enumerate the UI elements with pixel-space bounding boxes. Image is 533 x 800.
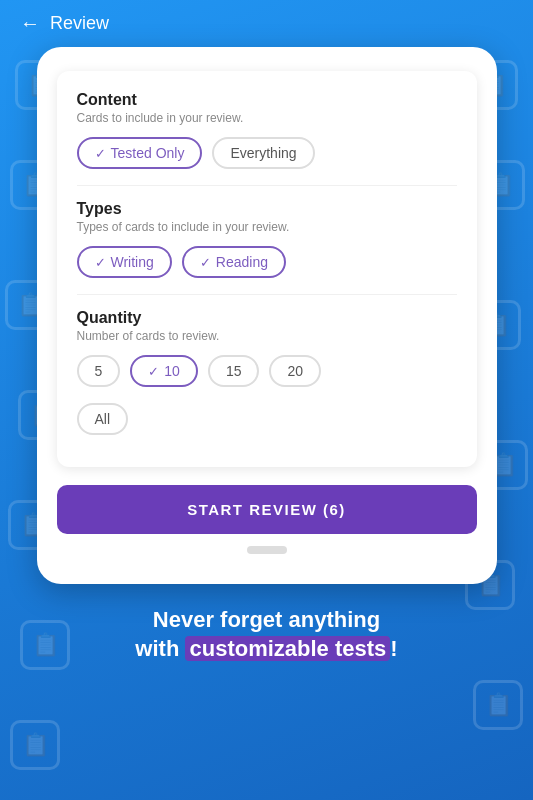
types-chips: ✓ Writing ✓ Reading — [77, 246, 457, 278]
chip-reading-label: Reading — [216, 254, 268, 270]
home-button-indicator — [247, 546, 287, 554]
chip-everything-label: Everything — [230, 145, 296, 161]
review-panel: Content Cards to include in your review.… — [57, 71, 477, 467]
bottom-line2-highlight: customizable tests — [185, 636, 390, 661]
chip-writing-label: Writing — [111, 254, 154, 270]
bottom-line2-prefix: with — [135, 636, 185, 661]
writing-check-icon: ✓ — [95, 255, 106, 270]
types-title: Types — [77, 200, 457, 218]
chip-reading[interactable]: ✓ Reading — [182, 246, 286, 278]
quantity-section: Quantity Number of cards to review. 5 ✓ … — [77, 294, 457, 435]
content-chips: ✓ Tested Only Everything — [77, 137, 457, 169]
quantity-chips-row2: All — [77, 403, 457, 435]
chip-5[interactable]: 5 — [77, 355, 121, 387]
content-title: Content — [77, 91, 457, 109]
quantity-title: Quantity — [77, 309, 457, 327]
chip-5-label: 5 — [95, 363, 103, 379]
top-bar: ← Review — [0, 0, 533, 47]
quantity-subtitle: Number of cards to review. — [77, 329, 457, 343]
bottom-line1: Never forget anything — [30, 606, 503, 635]
tablet-frame: Content Cards to include in your review.… — [37, 47, 497, 584]
content-section: Content Cards to include in your review.… — [77, 91, 457, 169]
chip-20-label: 20 — [287, 363, 303, 379]
qty-10-check-icon: ✓ — [148, 364, 159, 379]
chip-10-label: 10 — [164, 363, 180, 379]
back-button[interactable]: ← — [20, 12, 40, 35]
chip-15-label: 15 — [226, 363, 242, 379]
types-subtitle: Types of cards to include in your review… — [77, 220, 457, 234]
chip-15[interactable]: 15 — [208, 355, 260, 387]
quantity-chips: 5 ✓ 10 15 20 — [77, 355, 457, 387]
chip-tested-only[interactable]: ✓ Tested Only — [77, 137, 203, 169]
bottom-line2: with customizable tests! — [30, 635, 503, 664]
types-section: Types Types of cards to include in your … — [77, 185, 457, 278]
chip-all[interactable]: All — [77, 403, 129, 435]
chip-tested-only-label: Tested Only — [111, 145, 185, 161]
content-subtitle: Cards to include in your review. — [77, 111, 457, 125]
chip-10[interactable]: ✓ 10 — [130, 355, 198, 387]
chip-everything[interactable]: Everything — [212, 137, 314, 169]
chip-20[interactable]: 20 — [269, 355, 321, 387]
chip-writing[interactable]: ✓ Writing — [77, 246, 172, 278]
start-review-button[interactable]: START REVIEW (6) — [57, 485, 477, 534]
bottom-text: Never forget anything with customizable … — [0, 584, 533, 673]
check-icon: ✓ — [95, 146, 106, 161]
chip-all-label: All — [95, 411, 111, 427]
page-title: Review — [50, 13, 109, 34]
reading-check-icon: ✓ — [200, 255, 211, 270]
bottom-line2-suffix: ! — [390, 636, 397, 661]
